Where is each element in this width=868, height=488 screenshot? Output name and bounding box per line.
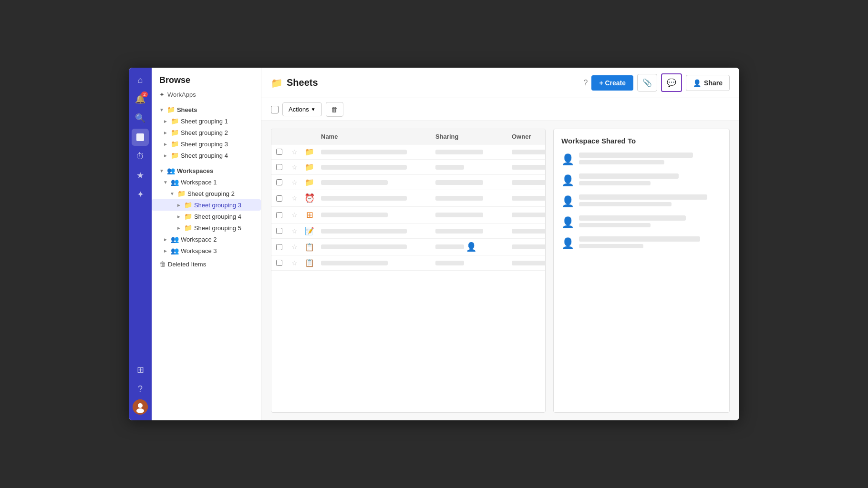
row2-folder-icon: 📁 bbox=[305, 163, 314, 172]
user2-name bbox=[579, 173, 679, 179]
row4-checkbox[interactable] bbox=[276, 195, 282, 202]
user5-avatar-icon: 👤 bbox=[561, 237, 574, 250]
user2-email bbox=[579, 181, 651, 185]
row4-star[interactable]: ☆ bbox=[291, 194, 298, 202]
help-nav-icon[interactable]: ? bbox=[132, 380, 149, 397]
help-icon: ? bbox=[584, 79, 588, 87]
sidebar-item-sg2[interactable]: 📁 Sheet grouping 2 bbox=[152, 127, 261, 138]
section-title: Sheets bbox=[287, 77, 318, 88]
row6-sharing bbox=[435, 229, 483, 234]
row7-checkbox[interactable] bbox=[276, 244, 282, 250]
share-button[interactable]: 👤 Share bbox=[686, 75, 730, 91]
main-content: 📁 Sheets ? + Create 📎 💬 👤 Share bbox=[261, 68, 739, 420]
row1-sharing bbox=[435, 150, 483, 154]
table-row[interactable]: ☆ 📁 bbox=[271, 160, 545, 175]
sidebar-ws1-sg3[interactable]: 📁 Sheet grouping 3 bbox=[152, 199, 261, 211]
sidebar-workspaces-header[interactable]: 👥 Workspaces bbox=[152, 165, 261, 176]
chat-button[interactable]: 💬 bbox=[661, 73, 682, 92]
row8-sharing bbox=[435, 261, 464, 265]
table-row[interactable]: ☆ 📝 bbox=[271, 224, 545, 239]
search-icon[interactable]: 🔍 bbox=[132, 110, 149, 127]
row2-checkbox[interactable] bbox=[276, 164, 282, 170]
sidebar-ws1-sg2[interactable]: 📁 Sheet grouping 2 bbox=[152, 188, 261, 199]
ws2-label: Workspace 2 bbox=[181, 236, 217, 243]
table-row[interactable]: ☆ 📁 bbox=[271, 175, 545, 190]
row4-report-icon: ⏰ bbox=[304, 193, 315, 203]
row7-owner bbox=[512, 244, 545, 249]
nav-bar: ⌂ 🔔 2 🔍 ⏱ ★ ✦ ⊞ ? bbox=[129, 68, 152, 420]
row6-star[interactable]: ☆ bbox=[291, 227, 298, 235]
sidebar-sheets-header[interactable]: 📁 Sheets bbox=[152, 104, 261, 115]
sidebar-workspace3[interactable]: 👥 Workspace 3 bbox=[152, 245, 261, 256]
row6-checkbox[interactable] bbox=[276, 228, 282, 234]
select-all-checkbox[interactable] bbox=[271, 106, 279, 113]
ws1-sg4-folder-icon: 📁 bbox=[184, 213, 192, 220]
sg4-label: Sheet grouping 4 bbox=[181, 152, 228, 159]
sidebar: Browse ✦ WorkApps 📁 Sheets 📁 Sheet group… bbox=[152, 68, 261, 420]
sg1-label: Sheet grouping 1 bbox=[181, 118, 228, 125]
row5-sharing bbox=[435, 213, 483, 217]
table-row[interactable]: ☆ 📁 bbox=[271, 144, 545, 160]
actions-label: Actions bbox=[289, 106, 309, 113]
shared-user: 👤 bbox=[561, 236, 722, 250]
row8-star[interactable]: ☆ bbox=[291, 259, 298, 267]
row3-owner bbox=[512, 180, 545, 185]
sidebar-workspace1[interactable]: 👥 Workspace 1 bbox=[152, 176, 261, 188]
user5-name bbox=[579, 236, 700, 242]
right-panel: Workspace Shared To 👤 👤 bbox=[553, 129, 730, 413]
delete-button[interactable]: 🗑 bbox=[326, 102, 343, 117]
home-icon[interactable]: ⌂ bbox=[132, 71, 149, 89]
sheets-chevron bbox=[159, 107, 164, 112]
th-name: Name bbox=[317, 133, 432, 140]
shared-user: 👤 bbox=[561, 215, 722, 229]
sg3-chevron bbox=[163, 142, 168, 147]
solutions-icon[interactable]: ✦ bbox=[132, 186, 149, 203]
sidebar-item-sg1[interactable]: 📁 Sheet grouping 1 bbox=[152, 115, 261, 127]
user1-email bbox=[579, 160, 664, 164]
user1-avatar-icon: 👤 bbox=[561, 153, 574, 166]
sg2-folder-icon: 📁 bbox=[171, 129, 179, 136]
row7-star[interactable]: ☆ bbox=[291, 243, 298, 251]
bell-icon[interactable]: 🔔 2 bbox=[132, 91, 149, 108]
grid-icon[interactable]: ⊞ bbox=[132, 361, 149, 378]
sidebar-item-sg3[interactable]: 📁 Sheet grouping 3 bbox=[152, 138, 261, 150]
row3-star[interactable]: ☆ bbox=[291, 179, 298, 186]
table-row[interactable]: ☆ ⊞ bbox=[271, 207, 545, 224]
sidebar-ws1-sg4[interactable]: 📁 Sheet grouping 4 bbox=[152, 211, 261, 222]
row1-star[interactable]: ☆ bbox=[291, 148, 298, 156]
user5-email bbox=[579, 244, 643, 248]
avatar[interactable] bbox=[133, 399, 148, 415]
table-row[interactable]: ☆ 📋 👤 bbox=[271, 239, 545, 255]
table-container: Name Sharing Owner Last Update ☆ 📁 bbox=[271, 129, 546, 413]
clock-icon[interactable]: ⏱ bbox=[132, 148, 149, 165]
row6-owner bbox=[512, 229, 545, 234]
sheet-icon[interactable] bbox=[132, 129, 149, 146]
user3-email bbox=[579, 202, 672, 206]
row2-star[interactable]: ☆ bbox=[291, 163, 298, 171]
row5-checkbox[interactable] bbox=[276, 212, 282, 218]
row8-checkbox[interactable] bbox=[276, 260, 282, 266]
user1-name bbox=[579, 152, 693, 158]
row1-checkbox[interactable] bbox=[276, 149, 282, 155]
row5-star[interactable]: ☆ bbox=[291, 211, 298, 219]
sidebar-item-sg4[interactable]: 📁 Sheet grouping 4 bbox=[152, 150, 261, 161]
row4-sharing bbox=[435, 196, 483, 201]
content-area: Name Sharing Owner Last Update ☆ 📁 bbox=[261, 121, 739, 420]
actions-button[interactable]: Actions ▼ bbox=[282, 102, 322, 116]
sidebar-workspace2[interactable]: 👥 Workspace 2 bbox=[152, 234, 261, 245]
create-button[interactable]: + Create bbox=[591, 75, 633, 91]
workspaces-chevron bbox=[159, 168, 164, 173]
row3-checkbox[interactable] bbox=[276, 179, 282, 185]
ws2-chevron bbox=[163, 237, 168, 242]
workspaces-icon: 👥 bbox=[167, 167, 175, 174]
workapp-link[interactable]: ✦ WorkApps bbox=[152, 89, 261, 100]
sg1-folder-icon: 📁 bbox=[171, 117, 179, 125]
star-nav-icon[interactable]: ★ bbox=[132, 167, 149, 184]
sidebar-deleted[interactable]: 🗑 Deleted Items bbox=[152, 258, 261, 270]
sidebar-ws1-sg5[interactable]: 📁 Sheet grouping 5 bbox=[152, 222, 261, 234]
table-row[interactable]: ☆ ⏰ bbox=[271, 190, 545, 207]
sg4-chevron bbox=[163, 153, 168, 158]
table-header: Name Sharing Owner Last Update bbox=[271, 129, 545, 144]
table-row[interactable]: ☆ 📋 bbox=[271, 255, 545, 271]
attach-button[interactable]: 📎 bbox=[637, 74, 657, 92]
